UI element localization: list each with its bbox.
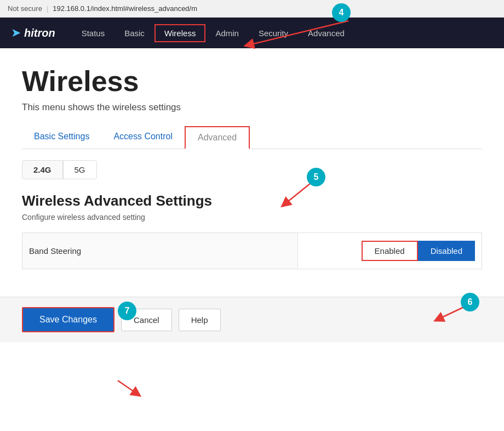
footer-bar: Save Changes Cancel Help 7 bbox=[0, 297, 504, 342]
nav-item-basic[interactable]: Basic bbox=[114, 18, 154, 48]
sub-tab-bar: 2.4G 5G bbox=[22, 160, 482, 179]
nav-item-wireless[interactable]: Wireless bbox=[154, 18, 206, 48]
nav-item-advanced[interactable]: Advanced bbox=[298, 18, 354, 48]
step-bubble-6: 6 bbox=[461, 293, 479, 311]
page-subtitle: This menu shows the wireless settings bbox=[22, 102, 482, 113]
logo-text: hitron bbox=[24, 27, 55, 39]
band-steering-buttons: Enabled Disabled bbox=[362, 241, 475, 261]
band-steering-label: Band Steering bbox=[22, 233, 298, 269]
step-bubble-5: 5 bbox=[307, 168, 325, 186]
separator: | bbox=[47, 4, 48, 13]
band-steering-row: Band Steering Enabled Disabled 6 bbox=[22, 233, 482, 269]
nav-item-admin[interactable]: Admin bbox=[205, 18, 249, 48]
tab-access-control[interactable]: Access Control bbox=[101, 126, 185, 149]
svg-line-3 bbox=[118, 381, 137, 394]
nav-link-status[interactable]: Status bbox=[72, 18, 115, 48]
band-steering-disabled-button[interactable]: Disabled bbox=[418, 241, 475, 261]
sub-tab-5g[interactable]: 5G bbox=[63, 160, 97, 179]
step-bubble-7: 7 bbox=[118, 302, 136, 320]
url-text: 192.168.0.1/index.html#wireless_advanced… bbox=[53, 4, 197, 13]
nav-link-basic[interactable]: Basic bbox=[114, 18, 154, 48]
sub-tab-2g[interactable]: 2.4G bbox=[22, 160, 63, 179]
tab-bar: Basic Settings Access Control Advanced 5 bbox=[22, 126, 482, 149]
nav-item-status[interactable]: Status bbox=[72, 18, 115, 48]
tab-basic-settings[interactable]: Basic Settings bbox=[22, 126, 101, 149]
not-secure-label: Not secure bbox=[8, 4, 42, 13]
settings-table: Band Steering Enabled Disabled 6 bbox=[22, 232, 482, 269]
section-description: Configure wireless advanced setting bbox=[22, 213, 482, 222]
main-content: Wireless This menu shows the wireless se… bbox=[0, 48, 504, 280]
nav-item-security[interactable]: Security bbox=[249, 18, 298, 48]
logo: ➤ hitron bbox=[11, 26, 55, 40]
section-title: Wireless Advanced Settings bbox=[22, 192, 482, 209]
address-bar: Not secure | 192.168.0.1/index.html#wire… bbox=[0, 0, 504, 18]
band-steering-controls: Enabled Disabled 6 bbox=[298, 233, 482, 269]
nav-link-admin[interactable]: Admin bbox=[205, 18, 249, 48]
step-bubble-4: 4 bbox=[332, 3, 351, 22]
band-steering-enabled-button[interactable]: Enabled bbox=[362, 241, 418, 261]
nav-link-wireless[interactable]: Wireless bbox=[154, 24, 206, 42]
nav-link-advanced[interactable]: Advanced bbox=[298, 18, 354, 48]
page-title: Wireless bbox=[22, 65, 482, 98]
help-button[interactable]: Help bbox=[179, 309, 221, 331]
logo-icon: ➤ bbox=[11, 26, 21, 40]
tab-advanced[interactable]: Advanced bbox=[185, 126, 250, 149]
nav-links: Status Basic Wireless Admin Security Adv… bbox=[72, 18, 354, 48]
nav-link-security[interactable]: Security bbox=[249, 18, 298, 48]
save-changes-button[interactable]: Save Changes bbox=[22, 307, 114, 332]
navbar: ➤ hitron Status Basic Wireless Admin Sec… bbox=[0, 18, 504, 48]
